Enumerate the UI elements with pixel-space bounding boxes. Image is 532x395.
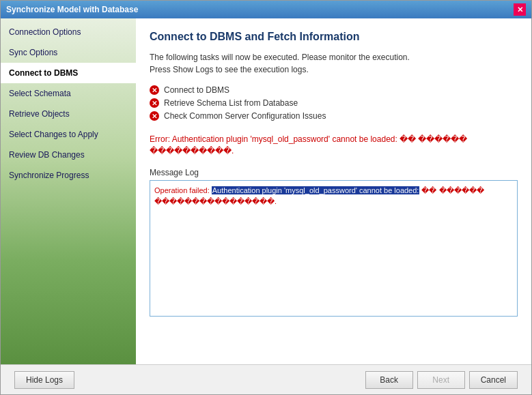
hide-logs-button[interactable]: Hide Logs (14, 371, 74, 389)
task-item: ✕Connect to DBMS (150, 85, 518, 95)
page-title: Connect to DBMS and Fetch Information (150, 31, 518, 43)
sidebar-item-review-db-changes[interactable]: Review DB Changes (1, 145, 136, 165)
desc-line2: Press Show Logs to see the execution log… (150, 65, 309, 74)
sidebar-item-select-schemata[interactable]: Select Schemata (1, 83, 136, 104)
desc-line1: The following tasks will now be executed… (150, 53, 410, 62)
log-highlight: Authentication plugin 'mysql_old_passwor… (212, 186, 420, 194)
footer-left: Hide Logs (14, 371, 74, 389)
error-text: Error: Authentication plugin 'mysql_old_… (150, 134, 467, 156)
log-prefix: Operation failed: (154, 186, 212, 194)
window-title: Synchronize Model with Database (6, 5, 138, 14)
message-log-label: Message Log (150, 168, 518, 177)
error-message: Error: Authentication plugin 'mysql_old_… (150, 134, 518, 157)
task-item: ✕Retrieve Schema List from Database (150, 98, 518, 108)
task-label: Connect to DBMS (164, 85, 229, 95)
title-bar: Synchronize Model with Database ✕ (1, 1, 531, 18)
sidebar-item-sync-options[interactable]: Sync Options (1, 42, 136, 63)
message-log-section: Message Log Operation failed: Authentica… (150, 168, 518, 352)
sidebar-item-retrieve-objects[interactable]: Retrieve Objects (1, 104, 136, 124)
sidebar-item-select-changes-to-apply[interactable]: Select Changes to Apply (1, 124, 136, 145)
task-label: Check Common Server Configuration Issues (164, 111, 326, 121)
message-log-box[interactable]: Operation failed: Authentication plugin … (150, 180, 518, 317)
error-icon: ✕ (150, 98, 159, 108)
error-icon: ✕ (150, 85, 159, 95)
log-content: Operation failed: Authentication plugin … (154, 185, 513, 207)
close-button[interactable]: ✕ (514, 3, 526, 16)
footer-right: Back Next Cancel (365, 371, 518, 389)
back-button[interactable]: Back (365, 371, 413, 389)
content-area: Connect to DBMS and Fetch Information Th… (136, 18, 531, 364)
sidebar-item-synchronize-progress[interactable]: Synchronize Progress (1, 165, 136, 186)
footer: Hide Logs Back Next Cancel (1, 364, 531, 394)
cancel-button[interactable]: Cancel (469, 371, 518, 389)
task-item: ✕Check Common Server Configuration Issue… (150, 111, 518, 121)
next-button[interactable]: Next (417, 371, 465, 389)
task-list: ✕Connect to DBMS✕Retrieve Schema List fr… (150, 85, 518, 124)
sidebar-item-connect-to-dbms[interactable]: Connect to DBMS (1, 63, 136, 83)
task-label: Retrieve Schema List from Database (164, 98, 298, 108)
description: The following tasks will now be executed… (150, 51, 518, 76)
sidebar: Connection OptionsSync OptionsConnect to… (1, 18, 136, 364)
main-content: Connection OptionsSync OptionsConnect to… (1, 18, 531, 364)
error-icon: ✕ (150, 111, 159, 121)
main-window: Synchronize Model with Database ✕ Connec… (0, 0, 532, 395)
sidebar-item-connection-options[interactable]: Connection Options (1, 22, 136, 42)
